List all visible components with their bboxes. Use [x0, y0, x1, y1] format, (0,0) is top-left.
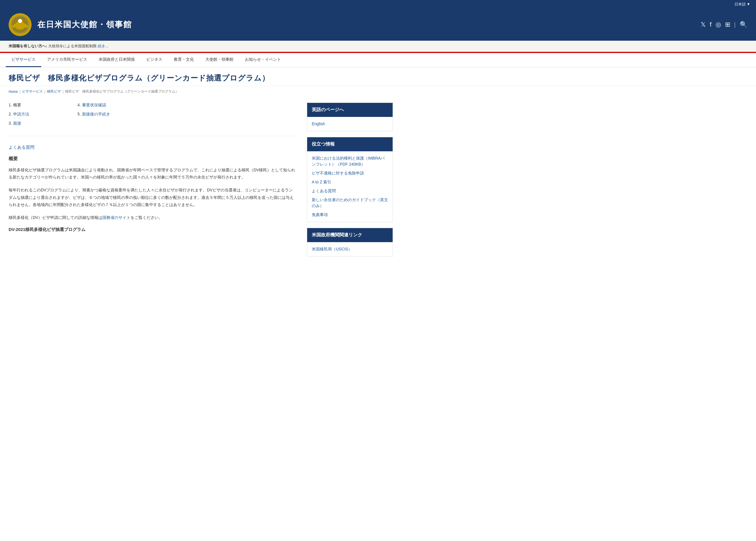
toc-item-1: 1. 概要: [9, 103, 66, 108]
faq-link-section: よくある質問: [9, 145, 295, 150]
breadcrumb-visa[interactable]: ビザサービス: [22, 89, 43, 94]
useful-link-3[interactable]: よくある質問: [312, 188, 388, 194]
toc-col-2: 4. 審査状況確認 5. 面接後の手続き: [77, 103, 135, 130]
content-area: 1. 概要 2. 申請方法 3. 面接 4. 審査状況確認 5.: [0, 97, 402, 268]
breadcrumb-sep-1: |: [20, 90, 20, 94]
useful-link-0[interactable]: 米国における法的権利と保護（IMBRAパンフレット）（PDF 240KB）: [312, 155, 388, 167]
toc-item-4[interactable]: 4. 審査状況確認: [77, 103, 135, 108]
main-content: 1. 概要 2. 申請方法 3. 面接 4. 審査状況確認 5.: [9, 103, 307, 262]
toc-item-2[interactable]: 2. 申請方法: [9, 112, 66, 117]
svg-point-4: [18, 19, 22, 23]
gov-links-box: 米国政府機関関連リンク 米国移民局（USCIS）: [307, 228, 393, 257]
site-header: 在日米国大使館・領事館 𝕏 f ◎ ⊞ | 🔍: [0, 9, 756, 41]
table-of-contents: 1. 概要 2. 申請方法 3. 面接 4. 審査状況確認 5.: [9, 103, 295, 136]
nav-item-news[interactable]: お知らせ・イベント: [239, 53, 287, 67]
alert-prefix: 米国籍を有しない方へ:: [9, 44, 47, 48]
breadcrumb-current: 移民ビザ 移民多様化ビザプログラム（グリーンカード抽選プログラム）: [65, 89, 179, 94]
toc-link-4[interactable]: 審査状況確認: [82, 103, 106, 107]
toc-item-3[interactable]: 3. 面接: [9, 121, 66, 126]
overview-para-2: 毎年行われるこのDVプログラムにより、簡素かつ厳格な資格要件を満たした人々に永住…: [9, 187, 295, 208]
toc-item-5[interactable]: 5. 面接後の手続き: [77, 112, 135, 117]
english-box-header: 英語のページへ: [307, 103, 393, 117]
english-box-body: English: [307, 117, 393, 131]
overview-para-3: 移民多様化（DV）ビザ申請に関しての詳細な情報は国務省のサイトをご覧ください。: [9, 214, 295, 221]
toc-link-2[interactable]: 申請方法: [13, 112, 29, 116]
current-language-label: 日本語: [734, 2, 746, 6]
toc-num-5: 5.: [77, 112, 81, 116]
header-divider: |: [734, 22, 736, 28]
english-link[interactable]: English: [312, 121, 388, 127]
useful-link-5[interactable]: 免責事項: [312, 212, 388, 218]
toc-num-4: 4.: [77, 103, 81, 107]
overview-para-1: 移民多様化ビザ抽選プログラムは米国議会により発動され、国務省が年間ベースで管理す…: [9, 167, 295, 181]
language-bar: 日本語 ▼: [0, 0, 756, 9]
english-page-box: 英語のページへ English: [307, 103, 393, 131]
main-nav: ビザサービス アメリカ市民サービス 米国政府と日米関係 ビジネス 教育・文化 大…: [0, 53, 756, 67]
para3-prefix: 移民多様化（DV）ビザ申請に関しての詳細な情報は: [9, 215, 102, 220]
search-icon[interactable]: 🔍: [740, 21, 747, 28]
breadcrumb-sep-2: |: [44, 90, 45, 94]
site-title: 在日米国大使館・領事館: [37, 19, 132, 30]
breadcrumb: Home | ビザサービス | 移民ビザ | 移民ビザ 移民多様化ビザプログラム…: [0, 86, 756, 97]
useful-link-1[interactable]: ビザ不適格に対する免除申請: [312, 170, 388, 176]
page-title-area: 移民ビザ 移民多様化ビザプログラム（グリーンカード抽選プログラム）: [0, 67, 756, 86]
nav-item-government[interactable]: 米国政府と日米関係: [93, 53, 141, 67]
alert-bar: 米国籍を有しない方へ: 大統領令による米国渡航制限 続き...: [0, 41, 756, 52]
nav-item-business[interactable]: ビジネス: [141, 53, 168, 67]
toc-col-1: 1. 概要 2. 申請方法 3. 面接: [9, 103, 66, 130]
gov-box-header: 米国政府機関関連リンク: [307, 228, 393, 242]
page-title: 移民ビザ 移民多様化ビザプログラム（グリーンカード抽選プログラム）: [9, 73, 747, 83]
gov-box-body: 米国移民局（USCIS）: [307, 242, 393, 256]
breadcrumb-home[interactable]: Home: [9, 90, 18, 94]
nav-item-visa[interactable]: ビザサービス: [6, 53, 41, 67]
nav-item-citizen[interactable]: アメリカ市民サービス: [41, 53, 93, 67]
useful-box-body: 米国における法的権利と保護（IMBRAパンフレット）（PDF 240KB） ビザ…: [307, 151, 393, 222]
header-social-icons: 𝕏 f ◎ ⊞ | 🔍: [701, 21, 747, 28]
useful-link-2[interactable]: A to Z 索引: [312, 179, 388, 185]
toc-link-3[interactable]: 面接: [13, 121, 21, 126]
toc-num-2: 2.: [9, 112, 12, 116]
toc-num-1: 1.: [9, 103, 12, 107]
useful-box-header: 役立つ情報: [307, 137, 393, 151]
subsection-heading-dv2021: DV-2021移民多様化ビザ抽選プログラム: [9, 227, 295, 233]
instagram-icon[interactable]: ◎: [716, 21, 721, 28]
facebook-icon[interactable]: f: [710, 21, 712, 28]
alert-text: 大統領令による米国渡航制限: [48, 44, 97, 48]
breadcrumb-immigrant-visa[interactable]: 移民ビザ: [47, 89, 61, 94]
useful-info-box: 役立つ情報 米国における法的権利と保護（IMBRAパンフレット）（PDF 240…: [307, 137, 393, 222]
nav-item-embassy[interactable]: 大使館・領事館: [200, 53, 239, 67]
gov-link-0[interactable]: 米国移民局（USCIS）: [312, 246, 388, 252]
nav-item-education[interactable]: 教育・文化: [168, 53, 200, 67]
section-heading-overview: 概要: [9, 156, 295, 162]
language-selector-wrapper[interactable]: 日本語 ▼: [734, 2, 750, 6]
alert-link[interactable]: 続き...: [98, 44, 108, 48]
toc-label-1: 概要: [13, 103, 21, 107]
header-left: 在日米国大使館・領事館: [9, 13, 132, 36]
twitter-icon[interactable]: 𝕏: [701, 21, 706, 28]
site-logo: [9, 13, 32, 36]
sidebar: 英語のページへ English 役立つ情報 米国における法的権利と保護（IMBR…: [307, 103, 393, 262]
toc-num-3: 3.: [9, 121, 12, 126]
dos-link[interactable]: 国務省のサイト: [102, 215, 130, 220]
toc-link-5[interactable]: 面接後の手続き: [82, 112, 110, 116]
faq-link[interactable]: よくある質問: [9, 145, 34, 150]
breadcrumb-sep-3: |: [63, 90, 63, 94]
para3-suffix: をご覧ください。: [130, 215, 163, 220]
useful-link-4[interactable]: 新しい永住者のためのガイドブック（英文のみ）: [312, 197, 388, 209]
youtube-icon[interactable]: ⊞: [725, 21, 730, 28]
